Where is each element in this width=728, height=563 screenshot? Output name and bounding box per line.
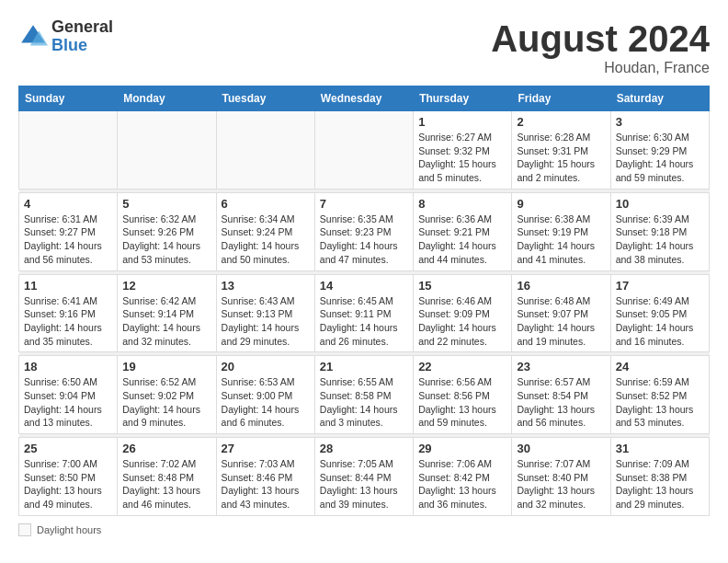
day-number: 27	[222, 442, 310, 455]
calendar-day-cell: 16Sunrise: 6:48 AMSunset: 9:07 PMDayligh…	[512, 274, 610, 352]
day-info: Sunrise: 6:55 AMSunset: 8:58 PMDaylight:…	[320, 375, 408, 430]
calendar-week-row: 18Sunrise: 6:50 AMSunset: 9:04 PMDayligh…	[19, 356, 710, 434]
day-number: 26	[122, 442, 210, 455]
day-info: Sunrise: 6:35 AMSunset: 9:23 PMDaylight:…	[320, 213, 408, 267]
calendar-day-cell: 14Sunrise: 6:45 AMSunset: 9:11 PMDayligh…	[314, 274, 413, 352]
day-info: Sunrise: 7:00 AMSunset: 8:50 PMDaylight:…	[24, 457, 112, 511]
calendar-day-cell: 20Sunrise: 6:53 AMSunset: 9:00 PMDayligh…	[216, 356, 314, 434]
calendar-day-cell: 12Sunrise: 6:42 AMSunset: 9:14 PMDayligh…	[118, 274, 216, 352]
day-info: Sunrise: 7:07 AMSunset: 8:40 PMDaylight:…	[517, 457, 605, 511]
calendar-day-cell: 23Sunrise: 6:57 AMSunset: 8:54 PMDayligh…	[512, 356, 610, 434]
day-info: Sunrise: 6:57 AMSunset: 8:54 PMDaylight:…	[517, 375, 605, 430]
calendar-header-thursday: Thursday	[414, 86, 512, 111]
day-info: Sunrise: 6:28 AMSunset: 9:31 PMDaylight:…	[517, 131, 605, 185]
calendar-day-cell: 11Sunrise: 6:41 AMSunset: 9:16 PMDayligh…	[19, 274, 118, 352]
calendar-title: August 2024	[491, 18, 710, 60]
day-number: 23	[517, 360, 605, 373]
calendar-header-row: SundayMondayTuesdayWednesdayThursdayFrid…	[19, 86, 710, 111]
calendar-header-tuesday: Tuesday	[216, 86, 314, 111]
day-info: Sunrise: 6:49 AMSunset: 9:05 PMDaylight:…	[616, 294, 704, 349]
calendar-day-cell: 26Sunrise: 7:02 AMSunset: 8:48 PMDayligh…	[118, 438, 216, 516]
calendar-day-cell: 28Sunrise: 7:05 AMSunset: 8:44 PMDayligh…	[314, 438, 413, 516]
day-info: Sunrise: 6:46 AMSunset: 9:09 PMDaylight:…	[418, 294, 506, 349]
day-info: Sunrise: 6:38 AMSunset: 9:19 PMDaylight:…	[517, 213, 605, 267]
day-number: 31	[616, 442, 704, 455]
day-info: Sunrise: 6:52 AMSunset: 9:02 PMDaylight:…	[122, 375, 210, 430]
calendar-header-friday: Friday	[512, 86, 610, 111]
day-info: Sunrise: 7:02 AMSunset: 8:48 PMDaylight:…	[122, 457, 210, 511]
day-number: 30	[517, 442, 605, 455]
day-info: Sunrise: 7:03 AMSunset: 8:46 PMDaylight:…	[222, 457, 310, 511]
logo: General Blue	[18, 18, 113, 55]
calendar-day-cell	[216, 111, 314, 190]
legend: Daylight hours	[18, 523, 710, 536]
calendar-day-cell: 6Sunrise: 6:34 AMSunset: 9:24 PMDaylight…	[216, 192, 314, 270]
day-number: 11	[24, 279, 112, 293]
day-info: Sunrise: 6:45 AMSunset: 9:11 PMDaylight:…	[320, 294, 408, 349]
calendar-day-cell: 7Sunrise: 6:35 AMSunset: 9:23 PMDaylight…	[314, 192, 413, 270]
page-header: General Blue August 2024 Houdan, France	[18, 18, 710, 76]
calendar-header-monday: Monday	[118, 86, 216, 111]
calendar-day-cell	[314, 111, 413, 190]
day-info: Sunrise: 6:53 AMSunset: 9:00 PMDaylight:…	[222, 375, 310, 430]
calendar-day-cell: 15Sunrise: 6:46 AMSunset: 9:09 PMDayligh…	[414, 274, 512, 352]
calendar-header-saturday: Saturday	[610, 86, 709, 111]
calendar-day-cell: 10Sunrise: 6:39 AMSunset: 9:18 PMDayligh…	[610, 192, 709, 270]
calendar-day-cell: 22Sunrise: 6:56 AMSunset: 8:56 PMDayligh…	[414, 356, 512, 434]
calendar-week-row: 25Sunrise: 7:00 AMSunset: 8:50 PMDayligh…	[19, 438, 710, 516]
calendar-table: SundayMondayTuesdayWednesdayThursdayFrid…	[18, 86, 710, 516]
day-number: 28	[320, 442, 408, 455]
day-info: Sunrise: 6:50 AMSunset: 9:04 PMDaylight:…	[24, 375, 112, 430]
calendar-day-cell: 31Sunrise: 7:09 AMSunset: 8:38 PMDayligh…	[610, 438, 709, 516]
legend-box	[18, 523, 31, 536]
day-number: 1	[418, 115, 506, 129]
day-number: 14	[320, 279, 408, 293]
legend-label: Daylight hours	[37, 524, 101, 535]
calendar-day-cell: 9Sunrise: 6:38 AMSunset: 9:19 PMDaylight…	[512, 192, 610, 270]
day-info: Sunrise: 6:41 AMSunset: 9:16 PMDaylight:…	[24, 294, 112, 349]
calendar-day-cell: 19Sunrise: 6:52 AMSunset: 9:02 PMDayligh…	[118, 356, 216, 434]
day-number: 21	[320, 360, 408, 373]
calendar-day-cell: 13Sunrise: 6:43 AMSunset: 9:13 PMDayligh…	[216, 274, 314, 352]
calendar-day-cell: 24Sunrise: 6:59 AMSunset: 8:52 PMDayligh…	[610, 356, 709, 434]
day-info: Sunrise: 6:31 AMSunset: 9:27 PMDaylight:…	[24, 213, 112, 267]
day-number: 29	[418, 442, 506, 455]
day-number: 20	[222, 360, 310, 373]
day-number: 4	[24, 197, 112, 211]
day-number: 19	[122, 360, 210, 373]
calendar-day-cell: 30Sunrise: 7:07 AMSunset: 8:40 PMDayligh…	[512, 438, 610, 516]
day-number: 7	[320, 197, 408, 211]
calendar-day-cell: 27Sunrise: 7:03 AMSunset: 8:46 PMDayligh…	[216, 438, 314, 516]
logo-blue-text: Blue	[51, 37, 113, 55]
calendar-week-row: 4Sunrise: 6:31 AMSunset: 9:27 PMDaylight…	[19, 192, 710, 270]
day-number: 22	[418, 360, 506, 373]
day-info: Sunrise: 6:36 AMSunset: 9:21 PMDaylight:…	[418, 213, 506, 267]
day-info: Sunrise: 6:27 AMSunset: 9:32 PMDaylight:…	[418, 131, 506, 185]
day-info: Sunrise: 7:09 AMSunset: 8:38 PMDaylight:…	[616, 457, 704, 511]
day-number: 9	[517, 197, 605, 211]
day-info: Sunrise: 7:05 AMSunset: 8:44 PMDaylight:…	[320, 457, 408, 511]
day-number: 16	[517, 279, 605, 293]
day-info: Sunrise: 6:43 AMSunset: 9:13 PMDaylight:…	[222, 294, 310, 349]
day-info: Sunrise: 6:56 AMSunset: 8:56 PMDaylight:…	[418, 375, 506, 430]
calendar-day-cell: 4Sunrise: 6:31 AMSunset: 9:27 PMDaylight…	[19, 192, 118, 270]
calendar-day-cell	[118, 111, 216, 190]
calendar-day-cell: 21Sunrise: 6:55 AMSunset: 8:58 PMDayligh…	[314, 356, 413, 434]
day-info: Sunrise: 6:30 AMSunset: 9:29 PMDaylight:…	[616, 131, 704, 185]
calendar-day-cell: 17Sunrise: 6:49 AMSunset: 9:05 PMDayligh…	[610, 274, 709, 352]
calendar-week-row: 1Sunrise: 6:27 AMSunset: 9:32 PMDaylight…	[19, 111, 710, 190]
day-info: Sunrise: 6:39 AMSunset: 9:18 PMDaylight:…	[616, 213, 704, 267]
day-info: Sunrise: 6:34 AMSunset: 9:24 PMDaylight:…	[222, 213, 310, 267]
day-number: 24	[616, 360, 704, 373]
day-number: 3	[616, 115, 704, 129]
calendar-header-wednesday: Wednesday	[314, 86, 413, 111]
day-number: 5	[122, 197, 210, 211]
day-info: Sunrise: 6:59 AMSunset: 8:52 PMDaylight:…	[616, 375, 704, 430]
day-number: 25	[24, 442, 112, 455]
calendar-day-cell: 3Sunrise: 6:30 AMSunset: 9:29 PMDaylight…	[610, 111, 709, 190]
logo-general-text: General	[51, 18, 113, 37]
calendar-day-cell: 18Sunrise: 6:50 AMSunset: 9:04 PMDayligh…	[19, 356, 118, 434]
day-number: 6	[222, 197, 310, 211]
calendar-day-cell: 25Sunrise: 7:00 AMSunset: 8:50 PMDayligh…	[19, 438, 118, 516]
calendar-day-cell: 1Sunrise: 6:27 AMSunset: 9:32 PMDaylight…	[414, 111, 512, 190]
